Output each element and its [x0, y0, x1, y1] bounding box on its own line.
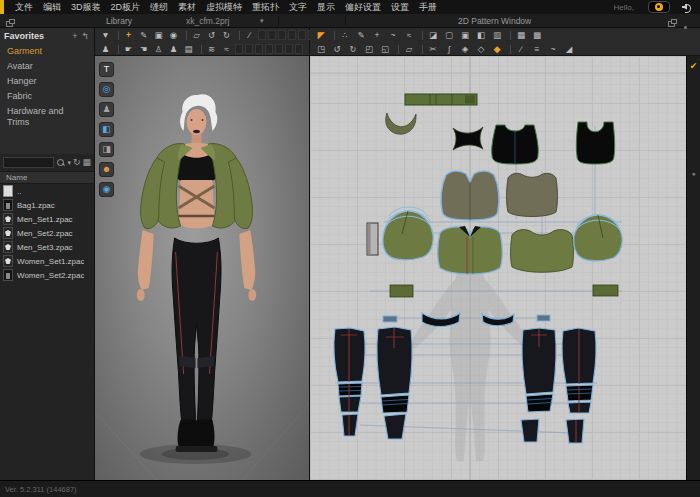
menu-retopology[interactable]: 重拓扑 — [247, 0, 284, 14]
library-category-fabric[interactable]: Fabric — [0, 89, 94, 104]
edit-point-icon[interactable]: ✎ — [353, 29, 369, 41]
pattern-window-title[interactable]: 2D Pattern Window — [458, 14, 531, 28]
account-logo-button[interactable] — [648, 1, 670, 13]
show-pattern-icon[interactable]: ◧ — [99, 122, 114, 137]
edit-curvature-icon[interactable]: ≈ — [401, 29, 417, 41]
file-item-men-set3[interactable]: Men_Set3.zpac — [0, 240, 94, 254]
hand-tool-icon[interactable]: ☛ — [121, 43, 136, 55]
pattern-piece-cuff-right[interactable] — [593, 285, 618, 296]
mannequin-pose-icon[interactable]: ♟ — [166, 43, 181, 55]
project-tab[interactable]: xk_cfm.2prj — [186, 14, 229, 28]
menu-preferences[interactable]: 偏好设置 — [340, 0, 386, 14]
file-item-parent-dir[interactable]: .. — [0, 184, 94, 198]
pattern-piece-jacket-back[interactable] — [511, 230, 574, 273]
library-category-hardware-and-trims[interactable]: Hardware and Trims — [0, 104, 94, 130]
rotate-right-icon[interactable]: ↻ — [345, 43, 361, 55]
speaker-icon[interactable] — [682, 3, 692, 12]
file-list-name-header[interactable]: Name — [0, 171, 94, 184]
pattern-piece-vest-back[interactable] — [507, 173, 558, 216]
rotate-gizmo-icon[interactable]: ↺ — [204, 29, 219, 41]
pattern-piece-bra-back[interactable] — [576, 122, 614, 164]
menu-text[interactable]: 文字 — [284, 0, 312, 14]
library-panel-title[interactable]: Library — [106, 14, 132, 28]
trace-icon[interactable]: ▣ — [457, 29, 473, 41]
show-garment-icon[interactable]: T — [99, 62, 114, 77]
wind-icon[interactable]: ≋ — [204, 43, 219, 55]
pattern-piece-pants-leg-1[interactable] — [334, 328, 365, 436]
library-category-hanger[interactable]: Hanger — [0, 74, 94, 89]
file-item-men-set2[interactable]: Men_Set2.zpac — [0, 226, 94, 240]
scale-gizmo-icon[interactable]: ↻ — [219, 29, 234, 41]
pattern-piece-bra-front[interactable] — [492, 125, 539, 164]
rectangle-icon[interactable]: ▢ — [441, 29, 457, 41]
grading-icon[interactable]: ▦ — [513, 29, 529, 41]
library-popout-icon[interactable] — [6, 17, 13, 31]
menu-2d-pattern[interactable]: 2D板片 — [106, 0, 146, 14]
confirm-check-icon[interactable]: ✔ — [690, 60, 698, 72]
avatar-figure[interactable] — [137, 94, 256, 452]
pattern-piece-waistband-tab-right[interactable] — [537, 315, 550, 321]
gravity-icon[interactable]: ≈ — [219, 43, 234, 55]
show-seamlines-icon[interactable]: ◎ — [99, 82, 114, 97]
flip-vertical-icon[interactable]: ◰ — [361, 43, 377, 55]
pattern-piece-pants-leg-2[interactable] — [377, 327, 412, 439]
show-pattern-alt-icon[interactable]: ◨ — [99, 142, 114, 157]
segment-sewing-icon[interactable]: ✂ — [425, 43, 441, 55]
show-environment-icon[interactable]: ◉ — [99, 182, 114, 197]
menu-material[interactable]: 素材 — [173, 0, 201, 14]
free-sewing-icon[interactable]: ∫ — [441, 43, 457, 55]
polygon-icon[interactable]: ◪ — [425, 29, 441, 41]
mannequin-icon[interactable]: ♙ — [151, 43, 166, 55]
search-input[interactable] — [3, 157, 54, 168]
pattern-piece-waistband-strip[interactable] — [405, 94, 477, 105]
seam-allowance-icon[interactable]: ▥ — [489, 29, 505, 41]
library-dropdown-icon[interactable]: ▾ — [260, 14, 264, 28]
seam-line-icon[interactable]: ∕ — [513, 43, 529, 55]
menu-edit[interactable]: 编辑 — [38, 0, 66, 14]
edit-curve-icon[interactable]: ~ — [385, 29, 401, 41]
select-box-icon[interactable]: ▣ — [151, 29, 166, 41]
cut-sew-icon[interactable]: ◧ — [473, 29, 489, 41]
grid-view-icon[interactable]: ▦ — [82, 157, 91, 168]
pattern-canvas-2d[interactable] — [310, 56, 686, 480]
edit-topstitch-icon[interactable]: ◢ — [561, 43, 577, 55]
show-avatar-icon[interactable]: ♟ — [99, 102, 114, 117]
mn-segment-sewing-icon[interactable]: ◈ — [457, 43, 473, 55]
search-options-caret-icon[interactable]: ▾ — [67, 157, 71, 168]
file-item-women-set1[interactable]: Women_Set1.zpac — [0, 254, 94, 268]
pattern-piece-pants-leg-3[interactable] — [521, 328, 556, 442]
strip-handle-icon[interactable]: ● — [691, 168, 695, 180]
file-item-bag1[interactable]: Bag1.zpac — [0, 198, 94, 212]
avatar-3d-render[interactable] — [95, 56, 309, 480]
collapse-panel-icon[interactable]: ↰ — [80, 31, 90, 41]
edit-pattern-icon[interactable]: ∴ — [337, 29, 353, 41]
pattern-piece-bra-bow[interactable] — [453, 127, 483, 150]
refresh-icon[interactable]: ↻ — [73, 157, 81, 168]
topstitch-icon[interactable]: ≡ — [529, 43, 545, 55]
viewport-3d-canvas[interactable]: T◎♟◧◨☻◉ — [95, 56, 309, 480]
pattern-window-menu-icon[interactable] — [684, 19, 687, 33]
free-topstitch-icon[interactable]: ~ — [545, 43, 561, 55]
grab-tool-icon[interactable]: ☚ — [136, 43, 151, 55]
transform-pattern-icon[interactable]: ◤ — [313, 29, 329, 41]
pattern-piece-zipper-slab[interactable] — [367, 223, 378, 255]
fabric-drape-icon[interactable]: ▤ — [181, 43, 196, 55]
avatar-display-icon[interactable]: ☻ — [99, 162, 114, 177]
pattern-window-popout-icon[interactable] — [668, 17, 675, 31]
pattern-piece-waistband-tab-left[interactable] — [383, 316, 397, 322]
menu-sewing[interactable]: 缝纫 — [145, 0, 173, 14]
search-icon[interactable] — [56, 158, 65, 167]
iron-icon[interactable]: ▱ — [401, 43, 417, 55]
file-item-women-set2[interactable]: Women_Set2.zpac — [0, 268, 94, 282]
menu-file[interactable]: 文件 — [10, 0, 38, 14]
select-mesh-icon[interactable]: ✎ — [136, 29, 151, 41]
mn-free-sewing-icon[interactable]: ◇ — [473, 43, 489, 55]
library-category-avatar[interactable]: Avatar — [0, 59, 94, 74]
library-category-garment[interactable]: Garment — [0, 44, 94, 59]
rotate-left-icon[interactable]: ↺ — [329, 43, 345, 55]
pattern-grid-icon[interactable]: ▩ — [529, 29, 545, 41]
sewing-pin-icon[interactable]: ∕ — [242, 29, 257, 41]
select-move-icon[interactable]: + — [121, 29, 136, 41]
pattern-piece-pants-leg-4[interactable] — [562, 328, 596, 443]
file-item-men-set1[interactable]: Men_Set1.zpac — [0, 212, 94, 226]
